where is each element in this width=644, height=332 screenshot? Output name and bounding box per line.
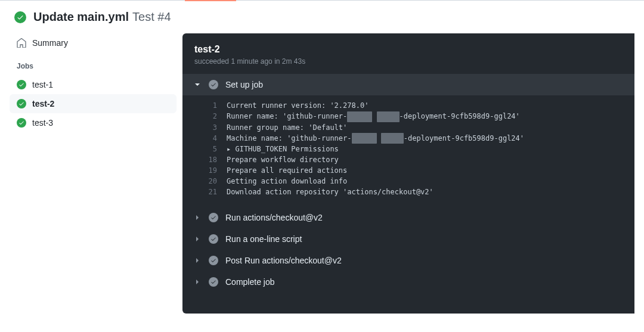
line-number: 4 [194, 133, 217, 144]
line-number: 3 [194, 122, 217, 133]
log-line: 20Getting action download info [182, 176, 634, 187]
success-check-icon [209, 80, 218, 89]
step-row[interactable]: Post Run actions/checkout@v2 [182, 250, 634, 271]
success-check-icon [209, 256, 218, 265]
sidebar-summary-label: Summary [32, 38, 68, 48]
home-icon [17, 38, 26, 48]
log-line: 21Download action repository 'actions/ch… [182, 187, 634, 197]
success-check-icon [209, 213, 218, 222]
log-line: 19Prepare all required actions [182, 165, 634, 176]
step-row[interactable]: Run actions/checkout@v2 [182, 207, 634, 228]
step-title: Run actions/checkout@v2 [225, 213, 323, 222]
sidebar: Summary Jobs test-1 test-2 test-3 [10, 33, 182, 314]
line-number: 5 [194, 144, 217, 154]
sidebar-job-label: test-1 [32, 80, 53, 89]
page-subtitle: Test #4 [132, 10, 171, 24]
log-line: 5▸ GITHUB_TOKEN Permissions [182, 144, 634, 154]
active-tab-indicator [185, 0, 236, 1]
line-number: 18 [194, 154, 217, 165]
line-number: 21 [194, 187, 217, 197]
success-check-icon [209, 277, 218, 287]
line-number: 19 [194, 165, 217, 176]
line-number: 1 [194, 100, 217, 111]
log-line: 1Current runner version: '2.278.0' [182, 100, 634, 111]
line-number: 20 [194, 176, 217, 187]
step-row[interactable]: Set up job [182, 74, 634, 95]
sidebar-job-item[interactable]: test-3 [10, 113, 177, 132]
success-check-icon [209, 234, 218, 244]
sidebar-job-item[interactable]: test-1 [10, 75, 177, 94]
success-check-icon [17, 99, 26, 108]
chevron-right-icon [194, 237, 200, 241]
main-layout: Summary Jobs test-1 test-2 test-3 test-2… [0, 33, 644, 314]
page-header: Update main.yml Test #4 [0, 1, 644, 33]
line-number: 2 [194, 111, 217, 122]
log-line: 4Machine name: 'github-runner- -deployme… [182, 133, 634, 144]
job-log-panel: test-2 succeeded 1 minute ago in 2m 43s … [182, 33, 634, 314]
sidebar-summary[interactable]: Summary [10, 33, 177, 52]
step-row[interactable]: Complete job [182, 271, 634, 293]
success-check-icon [14, 11, 26, 23]
step-title: Complete job [225, 277, 275, 287]
job-meta: succeeded 1 minute ago in 2m 43s [194, 57, 623, 66]
log-lines: 1Current runner version: '2.278.0'2Runne… [182, 95, 634, 207]
jobs-heading: Jobs [10, 57, 177, 75]
job-log-header: test-2 succeeded 1 minute ago in 2m 43s [182, 33, 634, 74]
log-line: 2Runner name: 'github-runner- -deploymen… [182, 111, 634, 122]
log-line: 18Prepare workflow directory [182, 154, 634, 165]
step-row[interactable]: Run a one-line script [182, 228, 634, 250]
chevron-right-icon [194, 280, 200, 284]
chevron-right-icon [194, 258, 200, 263]
sidebar-job-label: test-2 [32, 99, 54, 108]
sidebar-job-item[interactable]: test-2 [10, 94, 177, 113]
success-check-icon [17, 118, 26, 128]
page-title: Update main.yml [33, 10, 129, 24]
log-line: 3Runner group name: 'Default' [182, 122, 634, 133]
step-title: Post Run actions/checkout@v2 [225, 256, 342, 265]
step-title: Set up job [225, 80, 263, 89]
sidebar-job-label: test-3 [32, 118, 53, 128]
step-title: Run a one-line script [225, 234, 302, 244]
success-check-icon [17, 80, 26, 89]
job-title: test-2 [194, 44, 623, 55]
chevron-right-icon [194, 215, 200, 220]
chevron-down-icon [194, 82, 200, 87]
